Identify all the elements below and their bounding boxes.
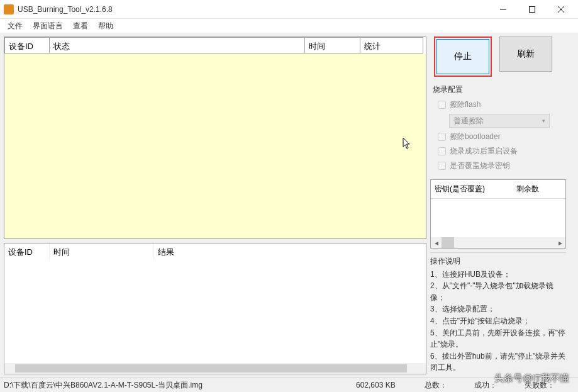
chk-overwrite-key-box[interactable] [438, 162, 446, 170]
log-col-time[interactable]: 时间 [50, 244, 154, 260]
burn-config: 烧录配置 擦除flash 普通擦除 ▾ 擦除bootloader 烧录成功后重启… [430, 81, 566, 176]
statusbar: D:\下载\百度云\中兴B860AV2.1-A-M-T-S905L-当贝桌面.i… [0, 378, 578, 392]
scroll-right-icon[interactable]: ▸ [555, 237, 565, 248]
left-pane: 设备ID 状态 时间 统计 设备ID 时间 结果 [4, 36, 426, 378]
refresh-button[interactable]: 刷新 [499, 36, 552, 72]
status-total: 总数： [425, 380, 474, 391]
maximize-button[interactable] [518, 0, 547, 19]
action-buttons: 停止 刷新 [434, 36, 566, 77]
device-status-table: 设备ID 状态 时间 统计 [4, 36, 426, 239]
status-path: D:\下载\百度云\中兴B860AV2.1-A-M-T-S905L-当贝桌面.i… [4, 380, 356, 391]
col-time[interactable]: 时间 [305, 37, 360, 53]
chk-erase-bootloader[interactable]: 擦除bootloader [431, 130, 565, 144]
status-success: 成功： [474, 380, 524, 391]
key-hscroll[interactable]: ◂ ▸ [431, 237, 565, 248]
key-table-body [431, 199, 565, 237]
menubar: 文件 界面语言 查看 帮助 [0, 19, 578, 33]
instructions: 操作说明 1、连接好HUB及设备； 2、从"文件"-"导入烧录包"加载烧录镜像；… [430, 252, 566, 374]
instructions-title: 操作说明 [430, 255, 566, 269]
instruction-line: 4、点击"开始"按钮启动烧录； [430, 315, 566, 327]
col-status[interactable]: 状态 [50, 37, 305, 53]
chevron-down-icon: ▾ [542, 118, 545, 124]
col-device-id[interactable]: 设备ID [4, 37, 50, 53]
stop-button[interactable]: 停止 [436, 39, 489, 74]
instruction-line: 2、从"文件"-"导入烧录包"加载烧录镜像； [430, 280, 566, 303]
window-title: USB_Burning_Tool_v2.1.6.8 [18, 5, 489, 14]
client-area: 设备ID 状态 时间 统计 设备ID 时间 结果 停止 刷新 [0, 33, 578, 378]
status-size: 602,603 KB [356, 381, 425, 389]
chk-erase-bootloader-box[interactable] [438, 133, 446, 141]
col-stats[interactable]: 统计 [360, 37, 423, 53]
chk-erase-flash-box[interactable] [438, 101, 446, 109]
minimize-button[interactable] [489, 0, 518, 19]
menu-help[interactable]: 帮助 [93, 18, 118, 34]
menu-view[interactable]: 查看 [68, 18, 93, 34]
key-table: 密钥(是否覆盖) 剩余数 ◂ ▸ [430, 179, 566, 249]
chk-overwrite-key[interactable]: 是否覆盖烧录密钥 [431, 159, 565, 173]
instruction-line: 5、关闭工具前，先断开设备连接，再"停止"烧录。 [430, 327, 566, 350]
log-hscroll[interactable] [4, 363, 426, 374]
svg-rect-1 [530, 6, 535, 12]
scroll-left-icon[interactable]: ◂ [431, 237, 442, 248]
device-status-header: 设备ID 状态 时间 统计 [4, 37, 426, 53]
log-col-device-id[interactable]: 设备ID [4, 244, 50, 260]
scroll-thumb[interactable] [442, 237, 454, 248]
stop-button-highlight: 停止 [434, 36, 492, 77]
log-header: 设备ID 时间 结果 [4, 244, 426, 260]
erase-mode-select[interactable]: 普通擦除 ▾ [449, 114, 550, 128]
menu-language[interactable]: 界面语言 [28, 18, 68, 34]
chk-reboot-after[interactable]: 烧录成功后重启设备 [431, 144, 565, 159]
burn-config-title: 烧录配置 [431, 82, 565, 98]
log-col-result[interactable]: 结果 [154, 244, 426, 260]
right-pane: 停止 刷新 烧录配置 擦除flash 普通擦除 ▾ 擦除bootloader 烧… [430, 36, 566, 378]
erase-mode-value: 普通擦除 [453, 116, 484, 126]
app-icon [4, 4, 14, 14]
key-table-header: 密钥(是否覆盖) 剩余数 [431, 180, 565, 199]
key-col-key[interactable]: 密钥(是否覆盖) [431, 180, 513, 198]
instruction-line: 6、拔出外置hub前，请先"停止"烧录并关闭工具。 [430, 350, 566, 374]
key-col-remaining[interactable]: 剩余数 [513, 180, 543, 198]
instruction-line: 1、连接好HUB及设备； [430, 269, 566, 281]
menu-file[interactable]: 文件 [3, 18, 28, 34]
chk-reboot-after-box[interactable] [438, 147, 446, 155]
close-button[interactable] [547, 0, 575, 19]
chk-erase-flash[interactable]: 擦除flash [431, 98, 565, 112]
titlebar: USB_Burning_Tool_v2.1.6.8 [0, 0, 578, 19]
log-table: 设备ID 时间 结果 [4, 243, 426, 374]
log-body [4, 260, 426, 363]
instruction-line: 3、选择烧录配置； [430, 303, 566, 315]
device-status-body [4, 53, 426, 238]
status-fail: 失败数： [525, 380, 574, 391]
